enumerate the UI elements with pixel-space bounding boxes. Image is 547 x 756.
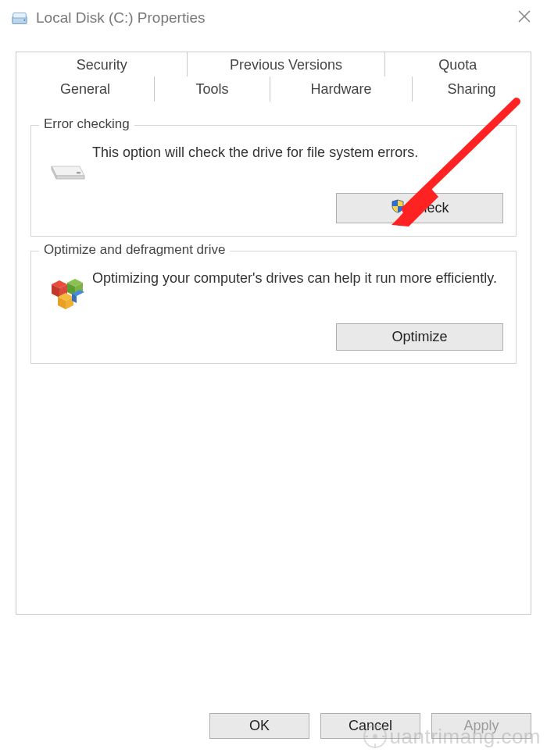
svg-point-2 — [23, 20, 25, 21]
tab-general[interactable]: General — [16, 77, 155, 102]
optimize-button[interactable]: Optimize — [336, 323, 503, 351]
group-optimize: Optimize and defragment drive — [30, 251, 517, 364]
svg-marker-6 — [56, 176, 84, 179]
svg-marker-5 — [52, 166, 84, 176]
apply-button-label: Apply — [463, 718, 499, 734]
check-button[interactable]: Check — [336, 193, 503, 223]
optimize-description: Optimizing your computer's drives can he… — [92, 269, 503, 287]
ok-button-label: OK — [249, 718, 270, 734]
svg-rect-8 — [77, 172, 80, 173]
ok-button[interactable]: OK — [209, 713, 309, 739]
tab-tools[interactable]: Tools — [155, 77, 270, 102]
close-icon — [517, 9, 531, 23]
group-error-checking: Error checking This option will check th… — [30, 125, 517, 237]
tab-strip: Security Previous Versions Quota General… — [16, 52, 531, 102]
error-checking-description: This option will check the drive for fil… — [92, 143, 503, 162]
tab-panel-tools: Error checking This option will check th… — [16, 102, 531, 615]
check-button-label: Check — [409, 200, 449, 216]
dialog-footer: OK Cancel Apply — [209, 713, 531, 739]
svg-rect-1 — [13, 13, 27, 18]
tab-sharing[interactable]: Sharing — [413, 77, 531, 102]
group-title-optimize: Optimize and defragment drive — [39, 242, 230, 258]
group-title-error-checking: Error checking — [39, 116, 134, 132]
window-title: Local Disk (C:) Properties — [33, 9, 513, 27]
close-button[interactable] — [513, 8, 536, 28]
drive-icon — [11, 9, 33, 27]
cancel-button-label: Cancel — [349, 718, 392, 734]
optimize-button-label: Optimize — [391, 329, 447, 345]
tab-hardware[interactable]: Hardware — [270, 77, 413, 102]
drive-check-icon — [44, 143, 92, 182]
apply-button[interactable]: Apply — [431, 713, 531, 739]
cancel-button[interactable]: Cancel — [320, 713, 420, 739]
defrag-icon — [44, 269, 92, 312]
tab-security[interactable]: Security — [16, 52, 188, 77]
titlebar: Local Disk (C:) Properties — [0, 0, 547, 37]
tab-previous-versions[interactable]: Previous Versions — [188, 52, 384, 77]
uac-shield-icon — [390, 198, 406, 218]
tab-quota[interactable]: Quota — [385, 52, 531, 77]
